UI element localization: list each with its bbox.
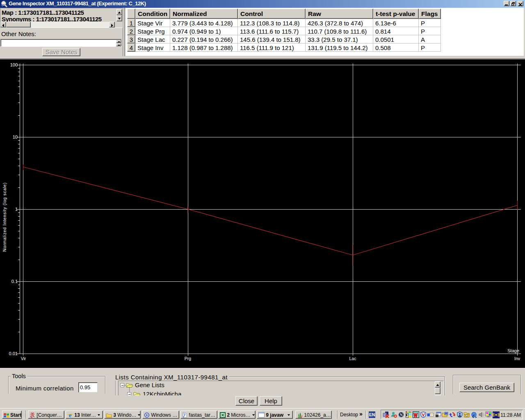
svg-text:1: 1	[15, 207, 18, 212]
svg-text:Inv: Inv	[514, 356, 520, 361]
svg-text:e: e	[69, 412, 72, 418]
svg-text:Stage: Stage	[507, 348, 519, 353]
svg-text:Lac: Lac	[349, 356, 356, 361]
svg-text:Vir: Vir	[21, 356, 26, 361]
svg-text:0.1: 0.1	[11, 279, 18, 284]
svg-text:Prg: Prg	[185, 356, 192, 361]
svg-text:100: 100	[10, 62, 18, 67]
svg-text:Normalized Intensity (log scal: Normalized Intensity (log scale)	[2, 183, 7, 252]
svg-text:Gene Lists: Gene Lists	[135, 381, 164, 388]
svg-text:10: 10	[13, 135, 18, 139]
svg-text:0.01: 0.01	[9, 351, 18, 356]
svg-text:N: N	[399, 413, 403, 417]
svg-text:12KchipMicha: 12KchipMicha	[143, 390, 182, 395]
